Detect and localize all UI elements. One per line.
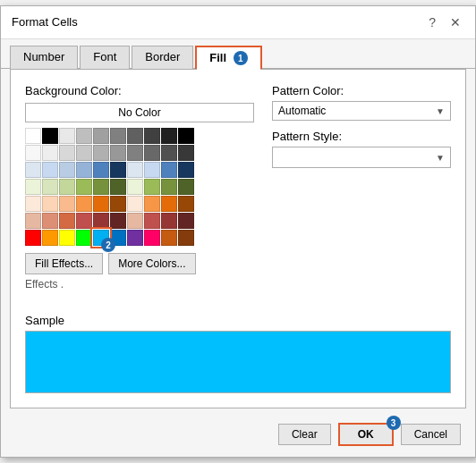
color-cell[interactable] (25, 196, 41, 212)
color-cell[interactable] (42, 179, 58, 195)
color-cell[interactable] (178, 196, 194, 212)
color-cell[interactable] (93, 128, 109, 144)
color-cell[interactable] (59, 179, 75, 195)
color-cell[interactable] (59, 213, 75, 229)
color-cell[interactable] (144, 213, 160, 229)
tab-fill-badge: 1 (234, 51, 248, 65)
color-cell[interactable] (25, 145, 41, 161)
no-color-button[interactable]: No Color (25, 103, 254, 122)
color-cell[interactable] (144, 179, 160, 195)
sample-section: Sample (25, 305, 451, 393)
pattern-color-chevron: ▼ (436, 106, 445, 116)
more-colors-button[interactable]: More Colors... (108, 253, 195, 274)
color-cell[interactable] (59, 128, 75, 144)
color-cell[interactable] (110, 213, 126, 229)
color-cell[interactable] (59, 230, 75, 246)
color-cell[interactable] (161, 213, 177, 229)
color-cell[interactable] (93, 179, 109, 195)
selected-color-badge: 2 (101, 238, 115, 252)
color-cell[interactable] (161, 162, 177, 178)
color-cell[interactable] (178, 128, 194, 144)
color-cell[interactable] (178, 179, 194, 195)
color-cell[interactable] (25, 213, 41, 229)
color-cell[interactable]: 2 (93, 230, 109, 246)
color-cell[interactable] (161, 145, 177, 161)
color-cell[interactable] (110, 179, 126, 195)
color-cell[interactable] (42, 128, 58, 144)
pattern-style-label: Pattern Style: (272, 130, 451, 143)
cancel-button[interactable]: Cancel (401, 424, 461, 445)
color-cell[interactable] (178, 145, 194, 161)
color-cell[interactable] (127, 213, 143, 229)
tab-fill[interactable]: Fill 1 (195, 46, 261, 70)
color-cell[interactable] (127, 179, 143, 195)
color-cell[interactable] (144, 162, 160, 178)
pattern-style-select[interactable]: ▼ (272, 147, 451, 168)
color-cell[interactable] (59, 196, 75, 212)
color-cell[interactable] (110, 196, 126, 212)
color-cell[interactable] (161, 196, 177, 212)
color-cell[interactable] (161, 128, 177, 144)
color-cell[interactable] (25, 179, 41, 195)
help-button[interactable]: ? (425, 13, 439, 31)
pattern-style-chevron: ▼ (436, 153, 445, 163)
sample-label: Sample (25, 314, 451, 327)
fill-effects-button[interactable]: Fill Effects... (25, 253, 103, 274)
tab-border[interactable]: Border (132, 46, 193, 70)
color-cell[interactable] (76, 196, 92, 212)
color-cell[interactable] (144, 230, 160, 246)
color-cell[interactable] (178, 213, 194, 229)
color-cell[interactable] (76, 213, 92, 229)
color-cell[interactable] (178, 162, 194, 178)
color-cell[interactable] (127, 145, 143, 161)
color-cell[interactable] (127, 230, 143, 246)
color-cell[interactable] (76, 179, 92, 195)
color-cell[interactable] (42, 145, 58, 161)
background-color-label: Background Color: (25, 84, 254, 97)
color-cell[interactable] (42, 213, 58, 229)
color-cell[interactable] (25, 128, 41, 144)
color-cell[interactable] (25, 162, 41, 178)
color-cell[interactable] (110, 162, 126, 178)
close-button[interactable]: ✕ (446, 13, 464, 31)
color-cell[interactable] (93, 145, 109, 161)
color-cell[interactable] (25, 230, 41, 246)
main-layout: Background Color: No Color 2 Fill Effect… (25, 84, 451, 290)
color-cell[interactable] (144, 196, 160, 212)
color-cell[interactable] (76, 230, 92, 246)
color-cell[interactable] (161, 179, 177, 195)
color-cell[interactable] (127, 128, 143, 144)
color-cell[interactable] (93, 196, 109, 212)
color-cell[interactable] (42, 230, 58, 246)
color-cell[interactable] (127, 162, 143, 178)
tab-font[interactable]: Font (80, 46, 130, 70)
color-cell[interactable] (76, 128, 92, 144)
title-bar-buttons: ? ✕ (425, 13, 464, 31)
color-cell[interactable] (76, 145, 92, 161)
color-cell[interactable] (110, 145, 126, 161)
left-column: Background Color: No Color 2 Fill Effect… (25, 84, 254, 290)
color-grid: 2 (25, 128, 254, 246)
color-cell[interactable] (42, 196, 58, 212)
color-cell[interactable] (42, 162, 58, 178)
color-cell[interactable] (93, 213, 109, 229)
bottom-bar: Clear OK 3 Cancel (1, 417, 475, 457)
color-cell[interactable] (110, 128, 126, 144)
color-cell[interactable] (144, 145, 160, 161)
right-column: Pattern Color: Automatic ▼ Pattern Style… (272, 84, 451, 290)
format-cells-dialog: Format Cells ? ✕ Number Font Border Fill… (0, 5, 476, 459)
clear-button[interactable]: Clear (278, 424, 331, 445)
dialog-title: Format Cells (12, 15, 78, 29)
pattern-color-label: Pattern Color: (272, 84, 451, 97)
color-cell[interactable] (144, 128, 160, 144)
color-cell[interactable] (127, 196, 143, 212)
color-cell[interactable] (59, 145, 75, 161)
pattern-color-select[interactable]: Automatic ▼ (272, 101, 451, 121)
color-cell[interactable] (178, 230, 194, 246)
tab-number[interactable]: Number (10, 46, 78, 70)
color-cell[interactable] (161, 230, 177, 246)
color-cell[interactable] (76, 162, 92, 178)
color-cell[interactable] (93, 162, 109, 178)
color-cell[interactable] (59, 162, 75, 178)
ok-button[interactable]: OK 3 (338, 423, 394, 446)
